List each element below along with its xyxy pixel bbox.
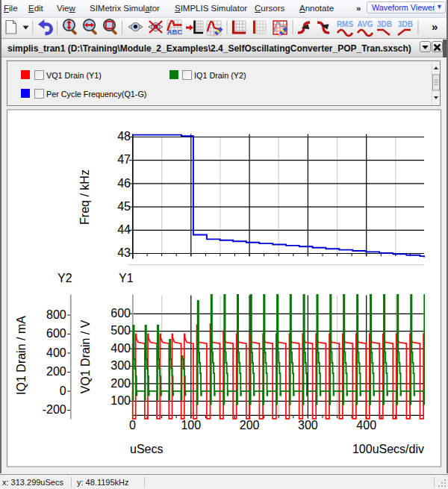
svg-text:200: 200: [240, 419, 260, 432]
svg-text:48: 48: [117, 130, 131, 143]
svg-text:Freq / kHz: Freq / kHz: [78, 169, 91, 225]
svg-text:VQ1 Drain / V: VQ1 Drain / V: [79, 320, 92, 393]
svg-text:200: 200: [111, 377, 131, 390]
svg-text:46: 46: [117, 177, 131, 190]
svg-text:uSecs: uSecs: [130, 443, 163, 455]
svg-text:100: 100: [181, 419, 201, 432]
svg-text:43: 43: [117, 246, 131, 259]
svg-text:300: 300: [111, 359, 131, 372]
svg-text:45: 45: [117, 200, 131, 213]
svg-text:600: 600: [46, 327, 66, 340]
svg-text:100uSecs/div: 100uSecs/div: [352, 443, 424, 455]
svg-text:-200: -200: [43, 403, 66, 416]
svg-text:0: 0: [129, 419, 136, 432]
svg-text:300: 300: [298, 419, 318, 432]
svg-text:400: 400: [356, 419, 376, 432]
svg-text:100: 100: [111, 394, 131, 407]
svg-text:600: 600: [111, 307, 131, 320]
svg-text:500: 500: [111, 324, 131, 337]
svg-text:800: 800: [46, 308, 66, 321]
svg-text:400: 400: [46, 346, 66, 359]
svg-text:200: 200: [46, 365, 66, 378]
svg-text:Y2: Y2: [57, 272, 72, 284]
svg-text:400: 400: [111, 342, 131, 355]
svg-text:44: 44: [117, 223, 131, 236]
svg-text:IQ1 Drain / mA: IQ1 Drain / mA: [15, 316, 28, 395]
svg-text:0: 0: [60, 384, 66, 397]
svg-text:Y1: Y1: [119, 272, 134, 284]
svg-text:47: 47: [117, 153, 131, 166]
